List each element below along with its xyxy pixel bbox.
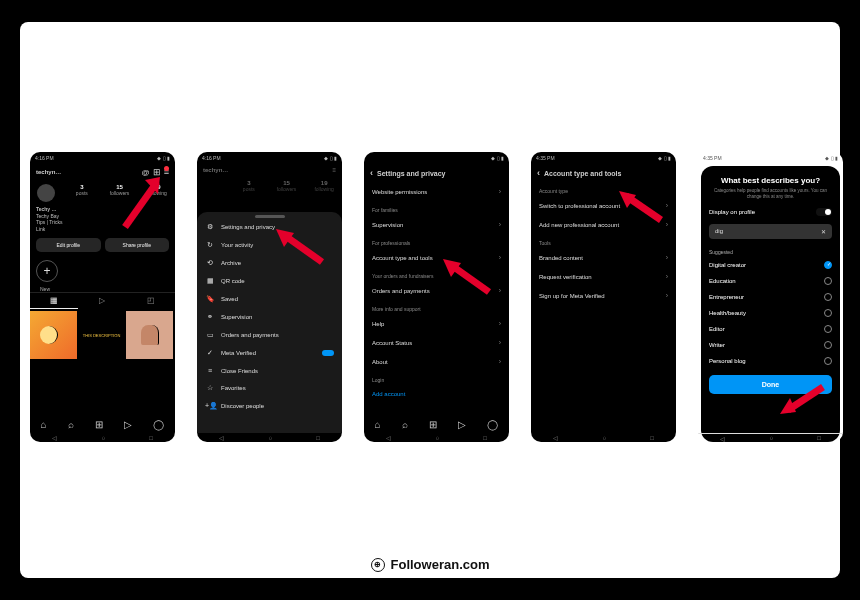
card-icon: ▭ [205, 331, 215, 339]
gear-icon: ⚙ [205, 223, 215, 231]
option-personal-blog[interactable]: Personal blog [701, 353, 840, 369]
question-subtitle: Categories help people find accounts lik… [709, 188, 832, 200]
status-bar: 4:16 PM◆ ▯ ▮ [30, 152, 175, 164]
menu-settings-privacy[interactable]: ⚙Settings and privacy [197, 218, 342, 236]
menu-discover[interactable]: +👤Discover people [197, 397, 342, 415]
notification-dot [164, 166, 169, 171]
person-add-icon: +👤 [205, 402, 215, 410]
verified-icon: ✓ [205, 349, 215, 357]
menu-archive[interactable]: ⟲Archive [197, 254, 342, 272]
grid-tab[interactable]: ▦ [30, 293, 78, 309]
content-tabs: ▦ ▷ ◰ [30, 292, 175, 311]
share-profile-button[interactable]: Share profile [105, 238, 170, 252]
clear-icon[interactable]: ✕ [821, 228, 826, 235]
reels-tab[interactable]: ▷ [78, 293, 126, 309]
done-button[interactable]: Done [709, 375, 832, 394]
tagged-tab[interactable]: ◰ [127, 293, 175, 309]
archive-icon: ⟲ [205, 259, 215, 267]
star-icon: ☆ [205, 384, 215, 392]
page-title: Account type and tools [544, 170, 621, 177]
display-toggle[interactable] [816, 208, 832, 216]
menu-favorites[interactable]: ☆Favorites [197, 379, 342, 397]
supervision-icon: ⚭ [205, 313, 215, 321]
bio: Techy …Techy Bay Tips | Tricks Link [30, 204, 175, 234]
reels-icon[interactable]: ▷ [124, 419, 132, 430]
row-supervision[interactable]: Supervision› [364, 215, 509, 234]
menu-supervision[interactable]: ⚭Supervision [197, 308, 342, 326]
phone-menu-sheet: 4:16 PM◆ ▯ ▮ techyn…≡ 3posts 15followers… [197, 152, 342, 442]
post-thumbnail[interactable] [30, 311, 78, 359]
new-highlight-button[interactable]: + [36, 260, 58, 282]
row-switch-professional[interactable]: Switch to professional account› [531, 196, 676, 215]
bottom-sheet: ⚙Settings and privacy ↻Your activity ⟲Ar… [197, 212, 342, 433]
bottom-nav: ⌂⌕⊞▷◯ [364, 415, 509, 433]
activity-icon: ↻ [205, 241, 215, 249]
list-icon: ≡ [205, 367, 215, 374]
option-health-beauty[interactable]: Health/beauty [701, 305, 840, 321]
watermark: ⊕ Followeran.com [20, 557, 840, 572]
option-editor[interactable]: Editor [701, 321, 840, 337]
create-icon[interactable]: ⊞ [153, 167, 161, 177]
menu-meta-verified[interactable]: ✓Meta Verified [197, 344, 342, 362]
threads-icon[interactable]: @ [142, 168, 150, 177]
row-meta-verified[interactable]: Sign up for Meta Verified› [531, 286, 676, 305]
back-icon[interactable]: ‹ [537, 168, 540, 178]
option-education[interactable]: Education [701, 273, 840, 289]
phone-category-select: 4:35 PM◆ ▯ ▮ What best describes you? Ca… [698, 152, 843, 442]
phone-account-type: 4:35 PM◆ ▯ ▮ ‹Account type and tools Acc… [531, 152, 676, 442]
bottom-nav: ⌂⌕⊞▷◯ [30, 415, 175, 433]
create-icon[interactable]: ⊞ [95, 419, 103, 430]
username: techyn… [36, 169, 61, 175]
phone-settings: ◆ ▯ ▮ ‹Settings and privacy Website perm… [364, 152, 509, 442]
menu-orders[interactable]: ▭Orders and payments [197, 326, 342, 344]
option-writer[interactable]: Writer [701, 337, 840, 353]
menu-close-friends[interactable]: ≡Close Friends [197, 362, 342, 379]
display-toggle-label: Display on profile [709, 209, 755, 215]
post-thumbnail[interactable]: THIS DESCRIPTION [78, 311, 126, 359]
back-icon[interactable]: ‹ [370, 168, 373, 178]
search-field[interactable]: dig✕ [709, 224, 832, 239]
menu-saved[interactable]: 🔖Saved [197, 290, 342, 308]
row-account-status[interactable]: Account Status› [364, 333, 509, 352]
profile-header[interactable]: techyn… @ ⊞ ≡ [30, 164, 175, 180]
profile-stats: 3posts 15followers 19following [30, 180, 175, 204]
row-branded-content[interactable]: Branded content› [531, 248, 676, 267]
row-account-type-tools[interactable]: Account type and tools› [364, 248, 509, 267]
row-request-verification[interactable]: Request verification› [531, 267, 676, 286]
row-orders-payments[interactable]: Orders and payments› [364, 281, 509, 300]
option-digital-creator[interactable]: Digital creator [701, 257, 840, 273]
globe-icon: ⊕ [371, 558, 385, 572]
row-add-professional[interactable]: Add new professional account› [531, 215, 676, 234]
qr-icon: ▦ [205, 277, 215, 285]
page-title: Settings and privacy [377, 170, 445, 177]
row-about[interactable]: About› [364, 352, 509, 371]
home-icon[interactable]: ⌂ [41, 419, 47, 430]
option-entrepreneur[interactable]: Entrepreneur [701, 289, 840, 305]
row-help[interactable]: Help› [364, 314, 509, 333]
posts-grid: THIS DESCRIPTION [30, 311, 175, 359]
bookmark-icon: 🔖 [205, 295, 215, 303]
edit-profile-button[interactable]: Edit profile [36, 238, 101, 252]
search-icon[interactable]: ⌕ [68, 419, 74, 430]
question-title: What best describes you? [709, 176, 832, 185]
menu-qr-code[interactable]: ▦QR code [197, 272, 342, 290]
add-account-link[interactable]: Add account [364, 385, 509, 403]
phone-profile: 4:16 PM◆ ▯ ▮ techyn… @ ⊞ ≡ 3posts 15foll… [30, 152, 175, 442]
post-thumbnail[interactable] [126, 311, 174, 359]
avatar[interactable] [37, 184, 55, 202]
row-website-permissions[interactable]: Website permissions› [364, 182, 509, 201]
menu-your-activity[interactable]: ↻Your activity [197, 236, 342, 254]
profile-icon[interactable]: ◯ [153, 419, 164, 430]
